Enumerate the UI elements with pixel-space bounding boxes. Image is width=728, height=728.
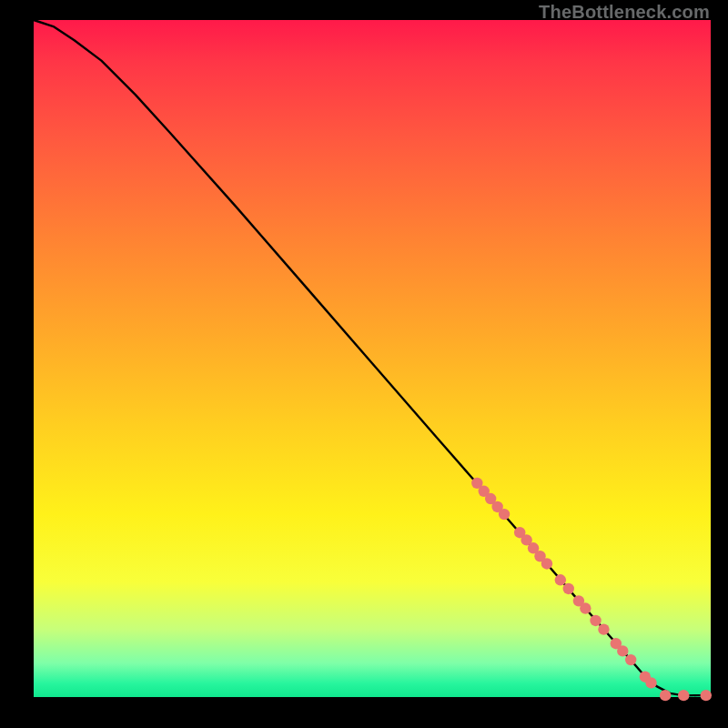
watermark-text: TheBottleneck.com (539, 2, 710, 23)
data-marker (645, 677, 656, 688)
data-marker (541, 558, 552, 569)
chart-frame: TheBottleneck.com (0, 0, 728, 728)
data-marker (580, 602, 591, 613)
data-marker (660, 690, 671, 701)
data-marker (678, 690, 689, 701)
marker-group (471, 478, 712, 702)
data-marker (563, 583, 574, 594)
curve-line (34, 20, 711, 695)
data-marker (590, 615, 601, 626)
data-marker (555, 574, 566, 585)
data-marker (701, 690, 712, 701)
data-marker (625, 654, 636, 665)
data-marker (598, 623, 609, 634)
data-marker (499, 509, 510, 520)
plot-area (34, 20, 711, 697)
chart-svg (34, 20, 711, 697)
data-marker (617, 645, 628, 656)
